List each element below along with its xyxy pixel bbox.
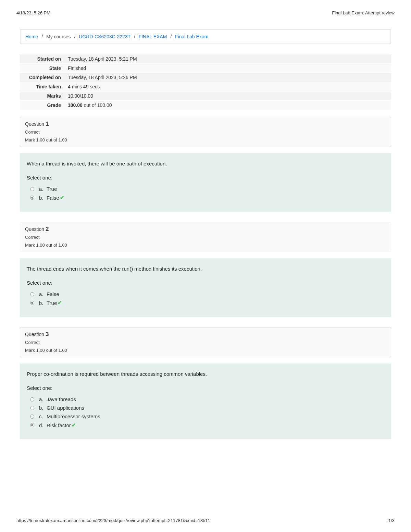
option-text: Risk factor	[47, 422, 71, 428]
radio-icon[interactable]	[30, 292, 34, 296]
started-on-label: Started on	[20, 54, 64, 64]
question-header: Question 1 Correct Mark 1.00 out of 1.00	[20, 117, 391, 147]
option-b[interactable]: b. True ✔	[27, 298, 384, 307]
radio-icon[interactable]	[30, 301, 34, 305]
option-letter: c.	[39, 413, 47, 419]
option-text: True	[47, 300, 57, 306]
option-letter: b.	[39, 195, 47, 201]
checkmark-icon: ✔	[72, 422, 76, 428]
option-text: False	[47, 195, 59, 201]
state-value: Finished	[64, 64, 391, 73]
question-number: 2	[46, 226, 49, 232]
option-letter: a.	[39, 396, 47, 402]
radio-icon[interactable]	[30, 196, 34, 200]
question-status: Correct	[25, 129, 386, 135]
option-a[interactable]: a. Java threads	[27, 395, 384, 404]
option-text: True	[47, 186, 57, 192]
question-1: Question 1 Correct Mark 1.00 out of 1.00…	[20, 117, 391, 212]
option-text: False	[47, 291, 59, 297]
question-body: Proper co-ordination is required between…	[20, 363, 391, 439]
grade-value: 100.00 out of 100.00	[64, 101, 391, 110]
question-header: Question 3 Correct Mark 1.00 out of 1.00	[20, 327, 391, 357]
breadcrumb: Home / My courses / UGRD-CS6203C-2223T /…	[20, 29, 391, 44]
checkmark-icon: ✔	[58, 300, 62, 306]
option-b[interactable]: b. GUI applications	[27, 404, 384, 412]
print-date: 4/18/23, 5:26 PM	[16, 10, 50, 15]
table-row: Started on Tuesday, 18 April 2023, 5:21 …	[20, 54, 391, 64]
breadcrumb-separator: /	[170, 34, 172, 39]
breadcrumb-separator: /	[134, 34, 135, 39]
table-row: Completed on Tuesday, 18 April 2023, 5:2…	[20, 73, 391, 82]
checkmark-icon: ✔	[60, 195, 64, 201]
breadcrumb-mycourses: My courses	[46, 34, 71, 39]
radio-icon[interactable]	[30, 397, 34, 401]
radio-icon[interactable]	[30, 187, 34, 191]
footer-url: https://trimestralexam.amaesonline.com/2…	[16, 518, 210, 523]
question-status: Correct	[25, 340, 386, 345]
option-letter: a.	[39, 291, 47, 297]
table-row: Time taken 4 mins 49 secs	[20, 82, 391, 91]
time-taken-label: Time taken	[20, 82, 64, 91]
breadcrumb-separator: /	[41, 34, 43, 39]
question-number: 3	[46, 331, 49, 337]
state-label: State	[20, 64, 64, 73]
option-text: GUI applications	[47, 405, 84, 411]
question-text: Proper co-ordination is required between…	[27, 371, 384, 377]
radio-icon[interactable]	[30, 406, 34, 410]
option-letter: d.	[39, 422, 47, 428]
breadcrumb-section[interactable]: FINAL EXAM	[139, 34, 167, 39]
option-text: Java threads	[47, 396, 76, 402]
option-d[interactable]: d. Risk factor ✔	[27, 421, 384, 430]
option-b[interactable]: b. False ✔	[27, 193, 384, 202]
grade-number: 100.00	[68, 102, 83, 108]
marks-value: 10.00/10.00	[64, 91, 391, 101]
question-mark: Mark 1.00 out of 1.00	[25, 348, 386, 353]
question-body: The thread ends when it comes when the r…	[20, 258, 391, 317]
completed-on-value: Tuesday, 18 April 2023, 5:26 PM	[64, 73, 391, 82]
attempt-summary-table: Started on Tuesday, 18 April 2023, 5:21 …	[20, 54, 391, 110]
radio-icon[interactable]	[30, 423, 34, 427]
grade-label: Grade	[20, 101, 64, 110]
marks-label: Marks	[20, 91, 64, 101]
select-one-label: Select one:	[27, 175, 384, 181]
question-text: When a thread is invoked, there will be …	[27, 161, 384, 166]
select-one-label: Select one:	[27, 280, 384, 286]
breadcrumb-home[interactable]: Home	[25, 34, 38, 39]
question-label: Question	[25, 121, 46, 127]
footer-page: 1/3	[388, 518, 395, 523]
table-row: State Finished	[20, 64, 391, 73]
question-header: Question 2 Correct Mark 1.00 out of 1.00	[20, 222, 391, 252]
time-taken-value: 4 mins 49 secs	[64, 82, 391, 91]
breadcrumb-course[interactable]: UGRD-CS6203C-2223T	[79, 34, 130, 39]
print-title: Final Lab Exam: Attempt review	[332, 10, 395, 15]
question-2: Question 2 Correct Mark 1.00 out of 1.00…	[20, 222, 391, 317]
option-letter: b.	[39, 300, 47, 306]
option-text: Multiprocessor systems	[47, 413, 100, 419]
option-c[interactable]: c. Multiprocessor systems	[27, 412, 384, 421]
question-mark: Mark 1.00 out of 1.00	[25, 243, 386, 248]
started-on-value: Tuesday, 18 April 2023, 5:21 PM	[64, 54, 391, 64]
table-row: Marks 10.00/10.00	[20, 91, 391, 101]
select-one-label: Select one:	[27, 385, 384, 391]
option-letter: b.	[39, 405, 47, 411]
question-label: Question	[25, 226, 46, 232]
completed-on-label: Completed on	[20, 73, 64, 82]
question-number: 1	[46, 121, 49, 127]
table-row: Grade 100.00 out of 100.00	[20, 101, 391, 110]
question-3: Question 3 Correct Mark 1.00 out of 1.00…	[20, 327, 391, 439]
question-text: The thread ends when it comes when the r…	[27, 266, 384, 272]
question-mark: Mark 1.00 out of 1.00	[25, 137, 386, 143]
question-body: When a thread is invoked, there will be …	[20, 153, 391, 212]
option-letter: a.	[39, 186, 47, 192]
breadcrumb-separator: /	[74, 34, 76, 39]
question-label: Question	[25, 332, 46, 337]
question-status: Correct	[25, 235, 386, 240]
breadcrumb-activity[interactable]: Final Lab Exam	[175, 34, 208, 39]
option-a[interactable]: a. False	[27, 290, 384, 298]
grade-suffix: out of 100.00	[83, 102, 112, 108]
radio-icon[interactable]	[30, 415, 34, 419]
option-a[interactable]: a. True	[27, 185, 384, 193]
